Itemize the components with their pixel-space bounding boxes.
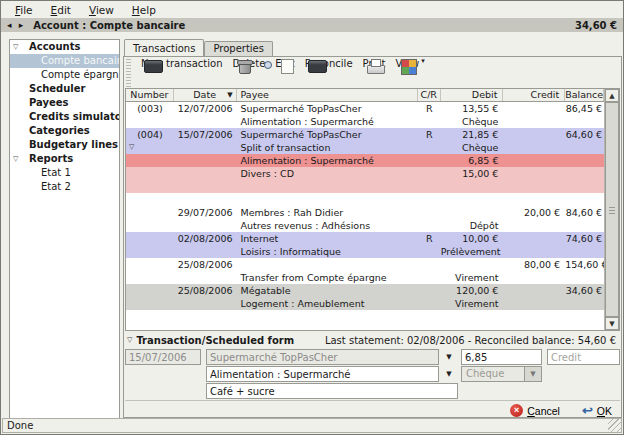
cell-credit: 80,00 € — [503, 258, 565, 271]
account-bar: ◂ ▸ Account : Compte bancaire 34,60 € — [1, 18, 623, 32]
cancel-button[interactable]: × Cancel — [510, 404, 560, 417]
column-header-balance[interactable]: Balance — [565, 89, 604, 101]
toolbar: New transaction Delete Edit — [126, 58, 619, 88]
account-balance: 34,60 € — [575, 20, 617, 31]
nav-back-icon[interactable]: ◂ — [7, 20, 14, 30]
cell-debit: Chèque — [441, 141, 504, 154]
cell-cr — [418, 167, 441, 180]
sidebar-item[interactable]: Etat 2 — [10, 180, 119, 194]
scroll-down-icon[interactable]: ▼ — [605, 317, 619, 330]
nav-forward-icon[interactable]: ▸ — [19, 20, 26, 30]
sidebar-item[interactable]: Budgetary lines — [10, 138, 119, 152]
category-field[interactable] — [206, 366, 439, 382]
cell-payee: Logement : Ameublement — [237, 297, 418, 310]
payee-dropdown-icon[interactable]: ▼ — [441, 349, 457, 365]
ok-button[interactable]: ↩ OK — [582, 404, 612, 417]
column-header-date[interactable]: Date▼ — [174, 89, 237, 101]
cell-debit — [441, 206, 504, 219]
form-expander-icon[interactable]: ▽ — [127, 336, 132, 344]
menu-item[interactable]: File — [7, 3, 41, 17]
resize-grip[interactable] — [608, 419, 621, 432]
sidebar-item[interactable]: ▽ Accounts — [10, 40, 119, 54]
table-row[interactable]: 29/07/2006 Membres : Rah Didier 20,00 € … — [126, 206, 604, 219]
toolbar-button[interactable]: New transaction — [137, 58, 226, 70]
sidebar-item-label: Categories — [10, 124, 119, 138]
scroll-up-icon[interactable]: ▲ — [605, 89, 619, 102]
split-expander-icon[interactable]: ▽ — [129, 141, 134, 154]
mode-dropdown-icon[interactable]: ▼ — [524, 367, 541, 381]
menu-item[interactable]: Edit — [43, 3, 79, 17]
cell-balance — [565, 193, 604, 206]
table-row[interactable]: (003) 12/07/2006 Supermarché TopPasCher … — [126, 102, 604, 115]
dropdown-arrow-icon[interactable]: ▾ — [421, 57, 425, 65]
cancel-icon: × — [510, 404, 523, 417]
toolbar-button[interactable]: View — [392, 58, 424, 70]
sidebar-item[interactable]: Scheduler — [10, 82, 119, 96]
tree-expander-icon[interactable]: ▽ — [13, 152, 18, 166]
cell-date: 25/08/2006 — [174, 284, 237, 297]
column-header-payee[interactable]: Payee — [237, 89, 418, 101]
table-row[interactable] — [126, 193, 604, 206]
cell-debit — [441, 258, 504, 271]
menu-item[interactable]: View — [81, 3, 122, 17]
sidebar-item[interactable]: Compte bancaire — [10, 54, 119, 68]
vertical-scrollbar[interactable]: ▲ ▼ — [604, 89, 619, 330]
payment-mode-select[interactable]: Chèque ▼ — [461, 366, 542, 382]
table-row[interactable]: 25/08/2006 Mégatable 120,00 € 34,60 € — [126, 284, 604, 297]
debit-field[interactable] — [461, 349, 542, 365]
table-row[interactable]: 02/08/2006 Internet R 10,00 € 74,60 € — [126, 232, 604, 245]
cell-number — [126, 297, 174, 310]
table-row[interactable]: Transfer from Compte épargne Virement — [126, 271, 604, 284]
table-row[interactable]: Autres revenus : Adhésions Dépôt — [126, 219, 604, 232]
tab[interactable]: Properties — [204, 41, 273, 56]
toolbar-button[interactable]: Delete — [228, 58, 269, 70]
cell-date: 02/08/2006 — [174, 232, 237, 245]
cell-number — [126, 206, 174, 219]
column-header-credit[interactable]: Credit — [503, 89, 565, 101]
column-header-number[interactable]: Number — [126, 89, 174, 101]
table-row[interactable]: Divers : CD 15,00 € — [126, 167, 604, 180]
cell-debit: 120,00 € — [441, 284, 504, 297]
tab[interactable]: Transactions — [124, 39, 204, 56]
table-row[interactable]: Alimentation : Supermarché 6,85 € — [126, 154, 604, 167]
sidebar-item-label: Compte bancaire — [10, 54, 119, 68]
tree-expander-icon[interactable]: ▽ — [13, 40, 18, 54]
cell-credit — [503, 141, 565, 154]
sidebar-item[interactable]: ▽ Reports — [10, 152, 119, 166]
table-row[interactable]: Logement : Ameublement Virement — [126, 297, 604, 310]
table-header: Number Date▼ Payee C/R Debit Credit Bala… — [126, 89, 604, 102]
sidebar-item[interactable]: Compte épargne — [10, 68, 119, 82]
credit-field[interactable] — [547, 349, 620, 365]
category-dropdown-icon[interactable]: ▼ — [441, 366, 457, 382]
sidebar-item[interactable]: Credits simulator — [10, 110, 119, 124]
toolbar-button[interactable]: Edit — [271, 58, 298, 70]
cell-credit — [503, 154, 565, 167]
toolbar-button[interactable]: Reconcile — [301, 58, 357, 70]
table-row[interactable]: Loisirs : Informatique Prélèvement — [126, 245, 604, 258]
app-window: File Edit View Help ◂ ▸ Account : Compte… — [0, 0, 624, 435]
table-row[interactable]: Alimentation : Supermarché Chèque — [126, 115, 604, 128]
transactions-table: Number Date▼ Payee C/R Debit Credit Bala… — [125, 88, 620, 331]
sidebar-item[interactable]: Etat 1 — [10, 166, 119, 180]
cell-debit: Chèque — [441, 115, 504, 128]
table-row[interactable]: 25/08/2006 80,00 € 154,60 € — [126, 258, 604, 271]
menu-item[interactable]: Help — [124, 3, 164, 17]
comment-field[interactable] — [206, 383, 458, 399]
date-field[interactable] — [125, 349, 201, 365]
sidebar-item-label: Reports — [10, 152, 119, 166]
sidebar-item[interactable]: Payees — [10, 96, 119, 110]
sidebar-item[interactable]: Categories — [10, 124, 119, 138]
form-title[interactable]: Transaction/Scheduled form — [136, 335, 294, 346]
column-header-debit[interactable]: Debit — [441, 89, 504, 101]
account-title: Account : Compte bancaire — [33, 20, 185, 31]
scrollbar-thumb[interactable] — [605, 102, 619, 317]
cell-balance — [565, 154, 604, 167]
payee-field[interactable] — [206, 349, 439, 365]
table-row[interactable]: ▽ Split of transaction Chèque — [126, 141, 604, 154]
table-row[interactable]: (004) 15/07/2006 Supermarché TopPasCher … — [126, 128, 604, 141]
toolbar-button[interactable]: Print — [359, 58, 390, 70]
table-row[interactable] — [126, 180, 604, 193]
column-header-cr[interactable]: C/R — [418, 89, 441, 101]
cell-debit — [441, 193, 504, 206]
toolbar-grip[interactable] — [126, 59, 131, 87]
